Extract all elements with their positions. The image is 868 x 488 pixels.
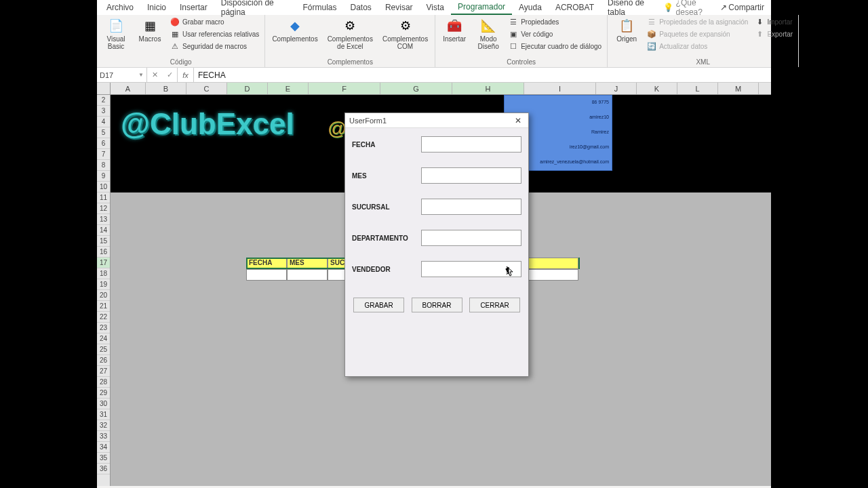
row-header-33[interactable]: 33: [97, 431, 110, 442]
ribbon-group-xml: 📋 Origen ☰Propiedades de la asignación 📦…: [608, 15, 799, 67]
col-header-C[interactable]: C: [186, 83, 227, 94]
row-header-3[interactable]: 3: [97, 106, 110, 117]
record-macro-button[interactable]: 🔴Grabar macro: [169, 16, 260, 27]
menu-datos[interactable]: Datos: [344, 1, 378, 14]
input-mes[interactable]: [421, 167, 521, 184]
col-header-E[interactable]: E: [268, 83, 309, 94]
excel-addins-button[interactable]: ⚙ Complementos de Excel: [325, 16, 376, 52]
menu-revisar[interactable]: Revisar: [378, 1, 420, 14]
close-button[interactable]: ✕: [512, 115, 524, 127]
input-vendedor[interactable]: [421, 261, 521, 277]
row-header-36[interactable]: 36: [97, 464, 110, 474]
col-header-K[interactable]: K: [637, 83, 677, 94]
name-box[interactable]: D17 ▼: [97, 68, 147, 82]
table-cell[interactable]: [287, 269, 328, 281]
row-header-9[interactable]: 9: [97, 171, 110, 182]
row-header-6[interactable]: 6: [97, 138, 110, 149]
table-cell[interactable]: [246, 269, 287, 281]
col-header-H[interactable]: H: [452, 83, 524, 94]
row-header-8[interactable]: 8: [97, 160, 110, 171]
row-header-18[interactable]: 18: [97, 268, 110, 279]
row-header-10[interactable]: 10: [97, 182, 110, 192]
row-header-29[interactable]: 29: [97, 388, 110, 399]
com-addins-button[interactable]: ⚙ Complementos COM: [380, 16, 431, 52]
row-header-14[interactable]: 14: [97, 225, 110, 236]
input-fecha[interactable]: [421, 136, 521, 152]
col-header-L[interactable]: L: [677, 83, 718, 94]
fx-icon[interactable]: fx: [178, 68, 194, 82]
table-header-mes[interactable]: MES: [287, 258, 328, 269]
menu-insertar[interactable]: Insertar: [173, 1, 214, 14]
addins-button[interactable]: ◆ Complementos: [269, 16, 320, 44]
row-header-21[interactable]: 21: [97, 301, 110, 312]
input-departamento[interactable]: [421, 230, 521, 246]
row-header-26[interactable]: 26: [97, 355, 110, 366]
borrar-button[interactable]: BORRAR: [412, 298, 462, 312]
row-header-7[interactable]: 7: [97, 149, 110, 160]
col-header-M[interactable]: M: [718, 83, 759, 94]
bulb-icon: 💡: [663, 3, 673, 12]
macro-security-button[interactable]: ⚠Seguridad de macros: [169, 41, 260, 52]
row-header-32[interactable]: 32: [97, 420, 110, 431]
row-header-16[interactable]: 16: [97, 247, 110, 258]
col-header-D[interactable]: D: [227, 83, 268, 94]
menu-vista[interactable]: Vista: [420, 1, 451, 14]
col-header-J[interactable]: J: [596, 83, 637, 94]
row-header-15[interactable]: 15: [97, 236, 110, 247]
grabar-button[interactable]: GRABAR: [353, 298, 404, 312]
relative-refs-button[interactable]: ▦Usar referencias relativas: [169, 28, 260, 39]
row-header-17[interactable]: 17: [97, 258, 110, 268]
menu-archivo[interactable]: Archivo: [100, 1, 140, 14]
menu-programador[interactable]: Programador: [451, 0, 512, 15]
row-header-24[interactable]: 24: [97, 333, 110, 344]
col-header-B[interactable]: B: [146, 83, 186, 94]
expansion-packs-button[interactable]: 📦Paquetes de expansión: [646, 28, 749, 39]
menu-ayuda[interactable]: Ayuda: [512, 1, 549, 14]
row-header-2[interactable]: 2: [97, 95, 110, 106]
menu-acrobat[interactable]: ACROBAT: [549, 1, 601, 14]
col-header-I[interactable]: I: [524, 83, 596, 94]
col-header-G[interactable]: G: [380, 83, 452, 94]
col-header-F[interactable]: F: [309, 83, 380, 94]
row-header-25[interactable]: 25: [97, 344, 110, 355]
properties-button[interactable]: ☰Propiedades: [507, 16, 603, 27]
row-header-13[interactable]: 13: [97, 214, 110, 225]
row-header-35[interactable]: 35: [97, 453, 110, 464]
row-header-34[interactable]: 34: [97, 442, 110, 453]
row-header-12[interactable]: 12: [97, 203, 110, 214]
xml-export-button[interactable]: ⬆Exportar: [753, 28, 794, 39]
menu-inicio[interactable]: Inicio: [140, 1, 173, 14]
row-header-20[interactable]: 20: [97, 290, 110, 301]
row-header-23[interactable]: 23: [97, 323, 110, 333]
table-header-fecha[interactable]: FECHA: [246, 258, 287, 269]
accept-formula-button[interactable]: ✓: [162, 70, 177, 79]
row-header-30[interactable]: 30: [97, 399, 110, 409]
row-header-4[interactable]: 4: [97, 117, 110, 127]
input-sucursal[interactable]: [421, 199, 521, 215]
col-header-A[interactable]: A: [111, 83, 146, 94]
xml-import-button[interactable]: ⬇Importar: [753, 16, 794, 27]
row-header-5[interactable]: 5: [97, 127, 110, 138]
formula-bar[interactable]: FECHA: [194, 68, 771, 82]
insert-control-button[interactable]: 🧰 Insertar: [439, 16, 469, 44]
view-code-button[interactable]: ▣Ver código: [507, 28, 603, 39]
macros-button[interactable]: ▦ Macros: [135, 16, 165, 44]
design-mode-button[interactable]: 📐 Modo Diseño: [473, 16, 503, 52]
xml-source-button[interactable]: 📋 Origen: [612, 16, 642, 44]
userform-titlebar[interactable]: UserForm1 ✕: [345, 113, 528, 128]
map-properties-button[interactable]: ☰Propiedades de la asignación: [646, 16, 749, 27]
row-header-27[interactable]: 27: [97, 366, 110, 377]
refresh-data-button[interactable]: 🔄Actualizar datos: [646, 41, 749, 52]
cancel-formula-button[interactable]: ✕: [147, 70, 162, 79]
menu-formulas[interactable]: Fórmulas: [296, 1, 344, 14]
cerrar-button[interactable]: CERRAR: [469, 298, 520, 312]
row-header-11[interactable]: 11: [97, 192, 110, 203]
select-all-corner[interactable]: [97, 83, 111, 94]
visual-basic-button[interactable]: 📄 Visual Basic: [101, 16, 131, 52]
row-header-19[interactable]: 19: [97, 279, 110, 290]
row-header-31[interactable]: 31: [97, 409, 110, 420]
row-header-28[interactable]: 28: [97, 377, 110, 388]
row-header-22[interactable]: 22: [97, 312, 110, 323]
run-dialog-button[interactable]: ☐Ejecutar cuadro de diálogo: [507, 41, 603, 52]
share-button[interactable]: ↗ Compartir: [716, 1, 768, 14]
